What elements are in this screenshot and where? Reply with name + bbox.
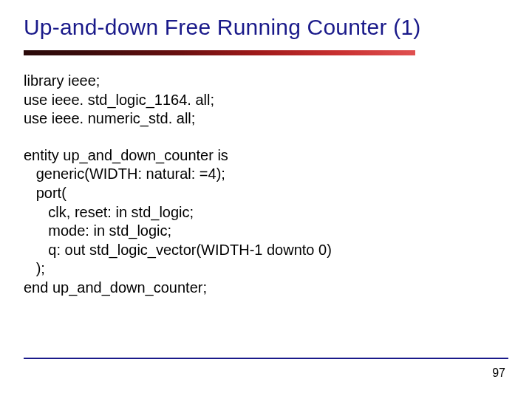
code-line: clk, reset: in std_logic; xyxy=(24,203,508,222)
title-divider xyxy=(24,50,415,55)
code-line: ); xyxy=(24,259,508,279)
code-line: entity up_and_down_counter is xyxy=(24,146,508,166)
code-line: mode: in std_logic; xyxy=(24,222,508,241)
code-line: library ieee; xyxy=(24,72,508,91)
blank-line xyxy=(24,129,508,146)
code-body: library ieee; use ieee. std_logic_1164. … xyxy=(24,72,508,298)
code-line: q: out std_logic_vector(WIDTH-1 downto 0… xyxy=(24,241,508,260)
code-line: port( xyxy=(24,184,508,203)
slide-title: Up-and-down Free Running Counter (1) xyxy=(24,15,508,40)
code-line: use ieee. std_logic_1164. all; xyxy=(24,91,508,110)
footer-divider xyxy=(24,358,508,359)
page-number: 97 xyxy=(492,366,505,380)
code-line: end up_and_down_counter; xyxy=(24,279,508,298)
code-line: generic(WIDTH: natural: =4); xyxy=(24,165,508,184)
slide: Up-and-down Free Running Counter (1) lib… xyxy=(0,0,532,399)
code-line: use ieee. numeric_std. all; xyxy=(24,109,508,129)
